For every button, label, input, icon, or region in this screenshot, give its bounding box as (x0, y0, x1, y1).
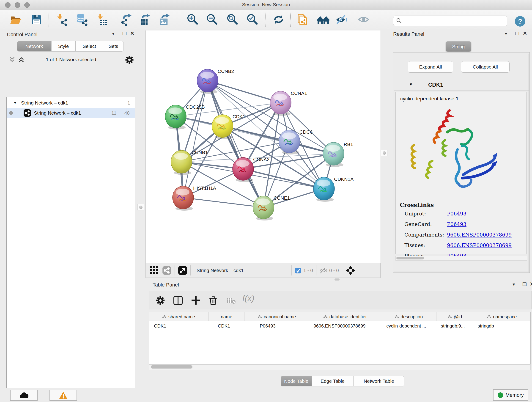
expand-all-button[interactable]: Expand All (408, 61, 453, 73)
tab-sets[interactable]: Sets (103, 41, 124, 51)
network-edge[interactable] (183, 198, 264, 207)
results-panel-close-icon[interactable]: ✕ (523, 31, 527, 36)
search-input[interactable] (402, 18, 501, 24)
table-panel-close-icon[interactable]: ✕ (530, 282, 532, 287)
network-node-cdc6[interactable]: CDC6 (279, 129, 312, 154)
column-header[interactable]: shared name (149, 313, 209, 321)
column-header[interactable]: @id (437, 313, 473, 321)
network-node-cdc25b[interactable]: CDC25B (165, 104, 205, 129)
network-graph[interactable]: CCNB2CCNA1CDC25BCDK1CDC6RB1CCNB1CCNA2CDK… (146, 31, 380, 263)
network-node-cdkn1a[interactable]: CDKN1A (313, 177, 354, 202)
crosslink-value-link[interactable]: 9606.ENSP00000378699 (447, 242, 512, 253)
control-panel-menu-icon[interactable]: ▼ (111, 32, 115, 36)
network-edge[interactable] (183, 81, 208, 198)
control-panel-close-icon[interactable]: ✕ (130, 31, 134, 36)
cell-name[interactable]: CDK1 (209, 321, 245, 331)
results-panel-float-icon[interactable]: ❑ (515, 31, 519, 36)
export-image-icon[interactable] (158, 13, 171, 26)
column-header[interactable]: namespace (473, 313, 530, 321)
import-table-icon[interactable] (95, 13, 108, 26)
network-view-icon[interactable] (162, 266, 171, 275)
column-header[interactable]: description (381, 313, 437, 321)
network-edge[interactable] (208, 81, 281, 103)
export-table-icon[interactable] (139, 13, 152, 26)
hide-selected-eye-icon[interactable] (336, 13, 348, 26)
table-horizontal-scrollbar[interactable] (149, 364, 531, 370)
tab-edge-table[interactable]: Edge Table (312, 376, 353, 386)
delete-column-icon[interactable] (208, 295, 218, 306)
section-expander-icon[interactable]: ▼ (409, 82, 413, 87)
zoom-selected-icon[interactable] (246, 13, 259, 26)
crosslink-value-link[interactable]: P06493 (447, 211, 467, 221)
expand-all-chevron-icon[interactable] (17, 56, 25, 63)
copy-network-icon[interactable] (296, 13, 309, 26)
help-icon[interactable]: ? (515, 16, 526, 27)
network-node-hist1h1a[interactable]: HIST1H1A (172, 185, 216, 211)
network-edge[interactable] (222, 126, 334, 154)
add-column-icon[interactable] (191, 295, 201, 306)
network-node-ccna2[interactable]: CCNA2 (233, 157, 269, 182)
tab-select[interactable]: Select (76, 41, 103, 51)
right-splitter-handle[interactable] (381, 150, 387, 156)
table-settings-gear-icon[interactable] (155, 295, 165, 306)
zoom-out-icon[interactable] (206, 13, 218, 26)
memory-label: Memory (505, 392, 524, 398)
tab-network-table[interactable]: Network Table (353, 376, 404, 386)
refresh-layout-icon[interactable] (272, 13, 285, 26)
save-session-icon[interactable] (30, 13, 43, 26)
gene-section-header[interactable]: ▼ CDK1 (394, 79, 529, 91)
table-panel-menu-icon[interactable]: ▼ (512, 282, 516, 287)
network-row-selected[interactable]: String Network – cdk1 11 48 (7, 108, 135, 118)
control-panel-float-icon[interactable]: ❑ (122, 31, 127, 36)
network-node-ccna1[interactable]: CCNA1 (270, 90, 307, 116)
cell-namespace[interactable]: stringdb (474, 321, 530, 331)
cell-canonical-name[interactable]: P06493 (245, 321, 310, 331)
tab-string[interactable]: String (446, 41, 471, 52)
cell-database-identifier[interactable]: 9606.ENSP00000378699 (310, 321, 381, 331)
cell-description[interactable]: cyclin-dependent ... (381, 321, 437, 331)
zoom-in-icon[interactable] (186, 13, 199, 26)
tree-expander-icon[interactable]: ▼ (13, 101, 17, 105)
warnings-button[interactable] (50, 390, 77, 401)
control-panel-gear-icon[interactable] (125, 55, 134, 65)
crosslinks-list: Uniprot: P06493 GeneCard: P06493 Compart… (404, 211, 524, 264)
zoom-fit-icon[interactable] (226, 13, 239, 26)
column-header[interactable]: canonical name (244, 313, 309, 321)
crosslink-value-link[interactable]: 9606.ENSP00000378699 (447, 232, 512, 242)
show-eye-icon[interactable] (357, 13, 370, 26)
cloud-button[interactable] (10, 390, 38, 401)
tab-network[interactable]: Network (17, 41, 51, 51)
collapse-all-button[interactable]: Collapse All (461, 61, 510, 73)
show-columns-icon[interactable] (173, 295, 183, 306)
export-network-icon[interactable] (120, 13, 133, 26)
column-header[interactable]: name (209, 313, 244, 321)
collapse-all-chevron-icon[interactable] (8, 56, 16, 63)
crosslink-value-link[interactable]: P06493 (447, 221, 467, 232)
window-status-bar: Memory (0, 388, 532, 402)
table-row[interactable]: CDK1 CDK1 P06493 9606.ENSP00000378699 cy… (149, 321, 530, 331)
network-node-ccne1[interactable]: CCNE1 (253, 195, 290, 220)
network-node-rb1[interactable]: RB1 (323, 142, 353, 167)
open-session-icon[interactable] (10, 13, 22, 26)
network-node-ccnb2[interactable]: CCNB2 (197, 69, 234, 94)
network-collection-row[interactable]: ▼ String Network – cdk1 1 (7, 98, 135, 108)
detach-view-icon[interactable] (178, 266, 187, 275)
scrollbar-thumb[interactable] (151, 365, 192, 369)
table-panel-float-icon[interactable]: ❑ (522, 282, 527, 287)
import-network-from-database-icon[interactable] (76, 13, 88, 26)
network-canvas[interactable]: CCNB2CCNA1CDC25BCDK1CDC6RB1CCNB1CCNA2CDK… (146, 31, 381, 263)
cell-shared-name[interactable]: CDK1 (149, 321, 209, 331)
left-splitter-handle[interactable] (138, 204, 144, 211)
selected-checkbox-icon[interactable] (295, 268, 301, 274)
grid-view-icon[interactable] (149, 266, 158, 275)
results-panel-menu-icon[interactable]: ▼ (504, 32, 508, 36)
cell-id[interactable]: stringdb:9... (437, 321, 474, 331)
tab-style[interactable]: Style (51, 41, 76, 51)
birdseye-navigator-icon[interactable] (346, 265, 355, 275)
memory-button[interactable]: Memory (493, 389, 528, 401)
results-horizontal-scrollbar[interactable] (395, 256, 527, 261)
column-header[interactable]: database identifier (309, 313, 381, 321)
home-icon[interactable] (317, 13, 329, 26)
tab-node-table[interactable]: Node Table (281, 376, 312, 386)
import-network-icon[interactable] (56, 13, 68, 26)
